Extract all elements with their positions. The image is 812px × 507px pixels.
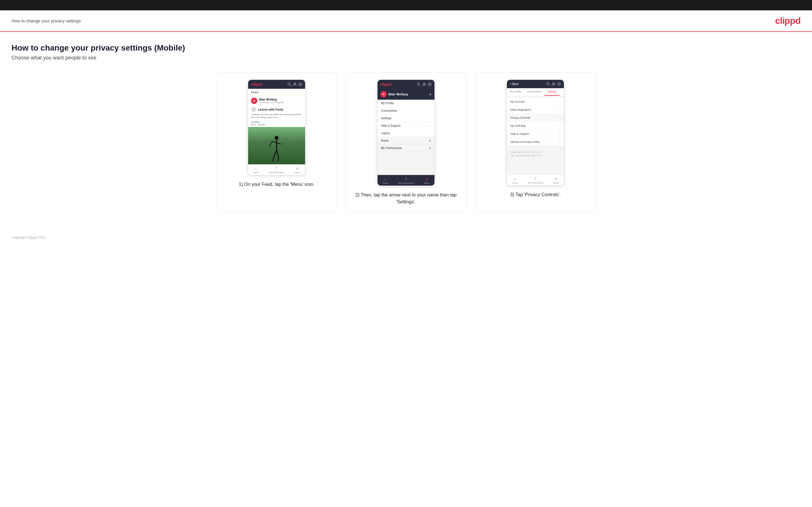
performance-icon-2: ⤴ (405, 177, 407, 181)
tab-connections[interactable]: Connections (524, 88, 544, 96)
step-3-card: < Back (475, 72, 596, 213)
settings-back-bar: < Back (507, 80, 564, 88)
privacy-controls-label: Privacy Controls (510, 116, 530, 119)
top-bar (0, 0, 812, 10)
copyright: Copyright Clippd 2022 (11, 235, 46, 239)
search-icon-2 (417, 82, 421, 86)
phone-mockup-1: clippd (248, 79, 305, 175)
menu-item-logout[interactable]: Logout (377, 129, 435, 137)
logo: clippd (775, 15, 801, 26)
feed-screen: Feed B Blair McHarg Yesterday · Sunningd… (248, 89, 305, 164)
version-info: Clippd Client Version: 2022.8.3-3 GQL Se… (507, 148, 564, 160)
menu-label-2: Menu (424, 182, 429, 184)
menu-section-home[interactable]: Home ∨ (377, 137, 435, 145)
chevron-right-data: › (560, 108, 560, 111)
feed-user-info: Blair McHarg Yesterday · Sunningdale (259, 98, 284, 104)
menu-item-help[interactable]: Help & Support ↗ (377, 122, 435, 129)
menu-icon-3: ≡ (555, 177, 557, 181)
settings-item-service[interactable]: Service & Privacy Policy ↗ (507, 138, 564, 146)
bottom-nav-home-2: ⌂ Home (383, 177, 388, 184)
bottom-nav-menu-3: ≡ Menu (554, 177, 559, 184)
svg-line-1 (290, 85, 291, 86)
duration-label: Duration (251, 121, 260, 123)
lesson-desc: Looking to feel like my hands are exitin… (248, 113, 305, 120)
menu-my-profile-label: My Profile (381, 102, 394, 105)
menu-item-connections[interactable]: Connections (377, 107, 435, 115)
tab-settings[interactable]: Settings (544, 88, 560, 96)
version-line-2: GQL Server Version: 2022.7.30-1 (510, 154, 560, 157)
chevron-right-account: › (560, 100, 560, 103)
screen3-filler (507, 160, 564, 175)
phone-nav-icons-3 (546, 82, 561, 86)
bottom-nav-home-3: ⌂ Home (512, 177, 517, 184)
golfer-silhouette (269, 135, 284, 161)
phone-nav-icons-2 (417, 82, 432, 86)
perf-label-3: My Performance (527, 181, 544, 184)
duration-row: Duration 01 hr : 30 min (248, 120, 305, 127)
svg-line-20 (549, 84, 550, 86)
bottom-nav-menu-1: ≡ Menu (295, 166, 300, 174)
step-2-description: 2) Then, tap the arrow next to your name… (353, 191, 459, 206)
header: How to change your privacy settings clip… (0, 10, 812, 32)
tab-my-profile[interactable]: My Profile (507, 88, 524, 96)
feed-tab-label: Feed (248, 89, 305, 96)
phone-mockup-3: < Back (507, 79, 564, 185)
menu-section-items: Home ∨ My Performance ∨ (377, 137, 435, 152)
menu-label-1: Menu (295, 171, 300, 174)
menu-item-my-profile[interactable]: My Profile (377, 100, 435, 107)
screen2-filler (377, 152, 435, 175)
step-2-card: clippd (346, 72, 466, 213)
footer: Copyright Clippd 2022 (0, 230, 812, 245)
duration-value: 01 hr : 30 min (251, 123, 265, 126)
menu-section-performance[interactable]: My Performance ∨ (377, 145, 435, 152)
svg-point-5 (274, 136, 278, 140)
settings-item-my-account[interactable]: My Account › (507, 98, 564, 106)
home-label-2: Home (383, 182, 388, 184)
perf-label-2: My Performance (398, 182, 414, 184)
menu-help-label: Help & Support (381, 124, 401, 127)
golf-image (248, 127, 305, 164)
settings-item-data-integrations[interactable]: Data Integrations › (507, 106, 564, 114)
perf-label-1: My Performance (269, 171, 285, 174)
svg-point-21 (553, 82, 555, 84)
menu-item-settings[interactable]: Settings (377, 115, 435, 122)
home-label-1: Home (253, 171, 259, 174)
my-golf-bag-label: My Golf Bag (510, 124, 525, 127)
svg-point-2 (294, 83, 296, 84)
settings-item-privacy-controls[interactable]: Privacy Controls › (507, 114, 564, 122)
service-privacy-label: Service & Privacy Policy (510, 140, 540, 143)
bottom-nav-menu-2: ✕ Menu (424, 177, 429, 184)
my-account-label: My Account (510, 100, 524, 103)
menu-logout-label: Logout (381, 131, 390, 135)
step-3-description: 3) Tap 'Privacy Controls'. (510, 191, 561, 198)
svg-point-23 (559, 83, 560, 84)
settings-tabs: My Profile Connections Settings (507, 88, 564, 96)
back-button[interactable]: < Back (510, 82, 519, 86)
menu-connections-label: Connections (381, 109, 397, 112)
chevron-right-golf: › (560, 124, 560, 127)
settings-list: My Account › Data Integrations › Privacy… (507, 98, 564, 146)
home-label-3: Home (512, 181, 517, 184)
svg-line-7 (272, 141, 276, 143)
page-subheading: Choose what you want people to see (11, 55, 801, 61)
person-icon (293, 82, 297, 86)
settings-item-help[interactable]: Help & Support ↗ (507, 130, 564, 138)
svg-point-18 (429, 84, 430, 85)
performance-icon-1: ⤴ (276, 166, 278, 171)
help-support-label-3: Help & Support (510, 132, 529, 135)
svg-point-19 (547, 82, 549, 85)
lesson-row: Lesson with Fordy (248, 106, 305, 113)
menu-home-chevron: ∨ (429, 139, 431, 142)
svg-line-13 (278, 157, 278, 161)
menu-settings-label: Settings (381, 117, 391, 120)
phone-bottom-nav-2: ⌂ Home ⤴ My Performance ✕ Menu (377, 175, 435, 185)
svg-line-9 (276, 143, 281, 144)
chevron-up-icon: ∧ (429, 92, 432, 96)
external-link-icon-1: ↗ (429, 124, 431, 127)
menu-performance-chevron: ∨ (429, 147, 431, 150)
feed-user-row: B Blair McHarg Yesterday · Sunningdale (248, 96, 305, 106)
menu-white-panel: My Profile Connections Settings Help & S… (377, 100, 435, 137)
settings-item-my-golf-bag[interactable]: My Golf Bag › (507, 122, 564, 130)
svg-point-4 (300, 84, 301, 85)
svg-line-10 (274, 150, 276, 157)
